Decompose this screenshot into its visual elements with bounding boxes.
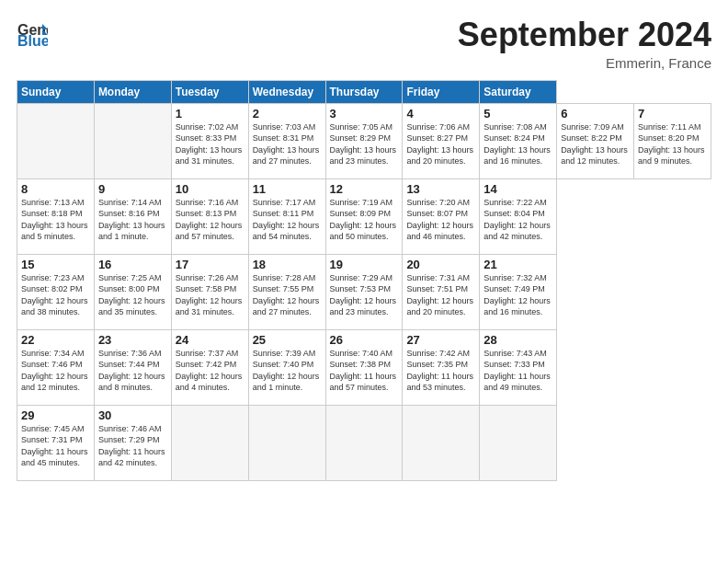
day-number: 11 xyxy=(253,182,322,196)
calendar-day: 29 Sunrise: 7:45 AMSunset: 7:31 PMDaylig… xyxy=(17,405,95,480)
day-number: 27 xyxy=(406,333,475,347)
weekday-header-cell: Sunday xyxy=(17,80,95,103)
day-number: 5 xyxy=(483,107,552,121)
day-info: Sunrise: 7:39 AMSunset: 7:40 PMDaylight:… xyxy=(253,348,322,394)
empty-day xyxy=(94,103,171,178)
day-number: 20 xyxy=(406,258,475,271)
calendar-day: 6 Sunrise: 7:09 AMSunset: 8:22 PMDayligh… xyxy=(557,103,634,178)
day-number: 26 xyxy=(330,333,399,347)
day-number: 10 xyxy=(176,182,245,196)
day-number: 25 xyxy=(253,333,322,347)
calendar-day: 26 Sunrise: 7:40 AMSunset: 7:38 PMDaylig… xyxy=(325,329,403,405)
day-number: 22 xyxy=(21,333,90,347)
day-info: Sunrise: 7:42 AMSunset: 7:35 PMDaylight:… xyxy=(406,348,475,394)
empty-day xyxy=(17,103,95,178)
calendar-day: 14 Sunrise: 7:22 AMSunset: 8:04 PMDaylig… xyxy=(480,178,557,254)
day-info: Sunrise: 7:29 AMSunset: 7:53 PMDaylight:… xyxy=(330,272,399,318)
calendar-day: 17 Sunrise: 7:26 AMSunset: 7:58 PMDaylig… xyxy=(171,254,248,329)
svg-text:Blue: Blue xyxy=(17,33,48,48)
calendar-day: 25 Sunrise: 7:39 AMSunset: 7:40 PMDaylig… xyxy=(248,329,325,405)
calendar-table: SundayMondayTuesdayWednesdayThursdayFrid… xyxy=(17,80,711,481)
calendar-day xyxy=(171,405,248,480)
day-number: 1 xyxy=(176,107,245,121)
calendar-day: 8 Sunrise: 7:13 AMSunset: 8:18 PMDayligh… xyxy=(17,178,95,254)
calendar-day: 19 Sunrise: 7:29 AMSunset: 7:53 PMDaylig… xyxy=(325,254,403,329)
day-number: 21 xyxy=(483,258,552,271)
day-info: Sunrise: 7:37 AMSunset: 7:42 PMDaylight:… xyxy=(176,348,245,394)
day-info: Sunrise: 7:36 AMSunset: 7:44 PMDaylight:… xyxy=(98,348,167,394)
calendar-day xyxy=(480,405,557,480)
calendar-day: 18 Sunrise: 7:28 AMSunset: 7:55 PMDaylig… xyxy=(248,254,325,329)
day-number: 2 xyxy=(253,107,322,121)
day-info: Sunrise: 7:26 AMSunset: 7:58 PMDaylight:… xyxy=(176,272,245,318)
calendar-day: 9 Sunrise: 7:14 AMSunset: 8:16 PMDayligh… xyxy=(94,178,171,254)
month-title: September 2024 xyxy=(458,17,711,53)
calendar-day: 30 Sunrise: 7:46 AMSunset: 7:29 PMDaylig… xyxy=(94,405,171,480)
weekday-header-cell: Thursday xyxy=(325,80,403,103)
calendar-day: 28 Sunrise: 7:43 AMSunset: 7:33 PMDaylig… xyxy=(480,329,557,405)
day-info: Sunrise: 7:25 AMSunset: 8:00 PMDaylight:… xyxy=(98,272,167,318)
day-info: Sunrise: 7:32 AMSunset: 7:49 PMDaylight:… xyxy=(483,272,552,318)
weekday-header-cell: Friday xyxy=(403,80,480,103)
calendar-week-row: 22 Sunrise: 7:34 AMSunset: 7:46 PMDaylig… xyxy=(17,329,711,405)
day-number: 15 xyxy=(21,258,90,271)
day-info: Sunrise: 7:17 AMSunset: 8:11 PMDaylight:… xyxy=(253,197,322,243)
calendar-week-row: 29 Sunrise: 7:45 AMSunset: 7:31 PMDaylig… xyxy=(17,405,711,480)
calendar-day: 5 Sunrise: 7:08 AMSunset: 8:24 PMDayligh… xyxy=(480,103,557,178)
day-number: 9 xyxy=(98,182,167,196)
logo-icon: General Blue xyxy=(17,17,48,48)
calendar-day: 12 Sunrise: 7:19 AMSunset: 8:09 PMDaylig… xyxy=(325,178,403,254)
day-number: 30 xyxy=(98,408,167,422)
day-number: 28 xyxy=(483,333,552,347)
page: General Blue September 2024 Emmerin, Fra… xyxy=(0,0,728,563)
day-info: Sunrise: 7:11 AMSunset: 8:20 PMDaylight:… xyxy=(638,121,707,167)
day-number: 13 xyxy=(406,182,475,196)
day-number: 24 xyxy=(176,333,245,347)
day-number: 19 xyxy=(330,258,399,271)
calendar-day: 1 Sunrise: 7:02 AMSunset: 8:33 PMDayligh… xyxy=(171,103,248,178)
location: Emmerin, France xyxy=(458,55,711,71)
day-number: 8 xyxy=(21,182,90,196)
day-info: Sunrise: 7:28 AMSunset: 7:55 PMDaylight:… xyxy=(253,272,322,318)
day-info: Sunrise: 7:05 AMSunset: 8:29 PMDaylight:… xyxy=(330,121,399,167)
day-info: Sunrise: 7:02 AMSunset: 8:33 PMDaylight:… xyxy=(176,121,245,167)
calendar-day: 21 Sunrise: 7:32 AMSunset: 7:49 PMDaylig… xyxy=(480,254,557,329)
day-number: 17 xyxy=(176,258,245,271)
calendar-day xyxy=(248,405,325,480)
day-info: Sunrise: 7:45 AMSunset: 7:31 PMDaylight:… xyxy=(21,423,90,469)
header: General Blue September 2024 Emmerin, Fra… xyxy=(17,17,711,71)
calendar-body: 1 Sunrise: 7:02 AMSunset: 8:33 PMDayligh… xyxy=(17,103,711,480)
day-number: 29 xyxy=(21,408,90,422)
calendar-day: 22 Sunrise: 7:34 AMSunset: 7:46 PMDaylig… xyxy=(17,329,95,405)
calendar-day xyxy=(403,405,480,480)
day-info: Sunrise: 7:46 AMSunset: 7:29 PMDaylight:… xyxy=(98,423,167,469)
day-info: Sunrise: 7:34 AMSunset: 7:46 PMDaylight:… xyxy=(21,348,90,394)
calendar-day: 4 Sunrise: 7:06 AMSunset: 8:27 PMDayligh… xyxy=(403,103,480,178)
day-info: Sunrise: 7:14 AMSunset: 8:16 PMDaylight:… xyxy=(98,197,167,243)
calendar-week-row: 1 Sunrise: 7:02 AMSunset: 8:33 PMDayligh… xyxy=(17,103,711,178)
day-info: Sunrise: 7:20 AMSunset: 8:07 PMDaylight:… xyxy=(406,197,475,243)
weekday-header-cell: Wednesday xyxy=(248,80,325,103)
day-number: 3 xyxy=(330,107,399,121)
day-number: 7 xyxy=(638,107,707,121)
day-info: Sunrise: 7:03 AMSunset: 8:31 PMDaylight:… xyxy=(253,121,322,167)
weekday-header-cell: Monday xyxy=(94,80,171,103)
day-info: Sunrise: 7:19 AMSunset: 8:09 PMDaylight:… xyxy=(330,197,399,243)
weekday-header-row: SundayMondayTuesdayWednesdayThursdayFrid… xyxy=(17,80,711,103)
day-info: Sunrise: 7:31 AMSunset: 7:51 PMDaylight:… xyxy=(406,272,475,318)
calendar-day: 10 Sunrise: 7:16 AMSunset: 8:13 PMDaylig… xyxy=(171,178,248,254)
calendar-day: 27 Sunrise: 7:42 AMSunset: 7:35 PMDaylig… xyxy=(403,329,480,405)
calendar-day xyxy=(325,405,403,480)
calendar-day: 24 Sunrise: 7:37 AMSunset: 7:42 PMDaylig… xyxy=(171,329,248,405)
day-info: Sunrise: 7:08 AMSunset: 8:24 PMDaylight:… xyxy=(483,121,552,167)
day-info: Sunrise: 7:06 AMSunset: 8:27 PMDaylight:… xyxy=(406,121,475,167)
day-info: Sunrise: 7:09 AMSunset: 8:22 PMDaylight:… xyxy=(561,121,630,167)
logo: General Blue xyxy=(17,17,48,48)
calendar-week-row: 8 Sunrise: 7:13 AMSunset: 8:18 PMDayligh… xyxy=(17,178,711,254)
weekday-header-cell: Saturday xyxy=(480,80,557,103)
weekday-header-cell: Tuesday xyxy=(171,80,248,103)
day-number: 18 xyxy=(253,258,322,271)
day-info: Sunrise: 7:43 AMSunset: 7:33 PMDaylight:… xyxy=(483,348,552,394)
day-number: 12 xyxy=(330,182,399,196)
day-info: Sunrise: 7:16 AMSunset: 8:13 PMDaylight:… xyxy=(176,197,245,243)
